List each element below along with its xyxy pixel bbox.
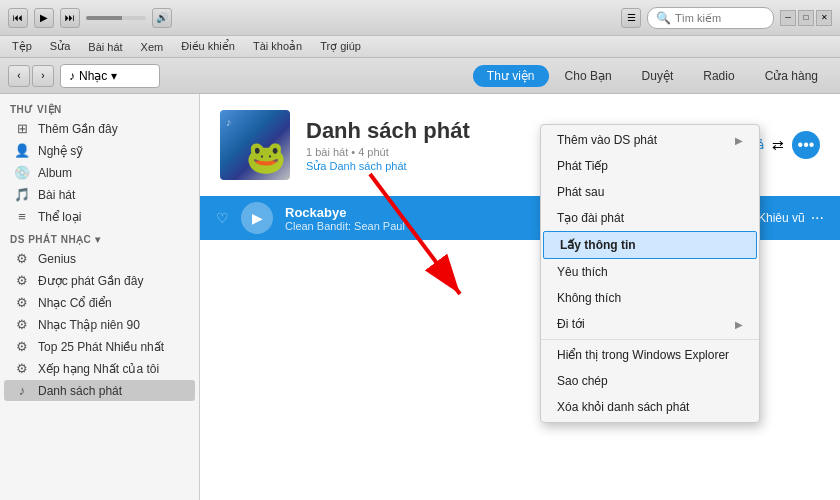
menu-account[interactable]: Tài khoản (245, 38, 310, 55)
track-actions: Khiêu vũ ··· (758, 209, 824, 227)
sidebar-item-album[interactable]: 💿 Album (4, 162, 195, 183)
track-ellipsis-button[interactable]: ··· (811, 209, 824, 227)
rewind-button[interactable]: ⏮ (8, 8, 28, 28)
submenu-arrow-icon: ▶ (735, 135, 743, 146)
sidebar-item-label: Top 25 Phát Nhiều nhất (38, 340, 164, 354)
sidebar-item-artists[interactable]: 👤 Nghệ sỹ (4, 140, 195, 161)
sidebar-item-top25[interactable]: ⚙ Top 25 Phát Nhiều nhất (4, 336, 195, 357)
recent-icon: ⊞ (14, 121, 30, 136)
ctx-get-info[interactable]: Lấy thông tin (543, 231, 757, 259)
genius-icon: ⚙ (14, 251, 30, 266)
ctx-add-to-playlist[interactable]: Thêm vào DS phát ▶ (541, 127, 759, 153)
ctx-play-later[interactable]: Phát sau (541, 179, 759, 205)
ctx-goto[interactable]: Đi tới ▶ (541, 311, 759, 337)
tab-browse[interactable]: Duyệt (628, 65, 688, 87)
play-button[interactable]: ▶ (34, 8, 54, 28)
recently-played-icon: ⚙ (14, 273, 30, 288)
menu-song[interactable]: Bài hát (80, 39, 130, 55)
tab-radio[interactable]: Radio (689, 65, 748, 87)
restore-button[interactable]: □ (798, 10, 814, 26)
nav-arrows: ‹ › (8, 65, 54, 87)
artist-icon: 👤 (14, 143, 30, 158)
sidebar-item-label: Genius (38, 252, 76, 266)
sidebar-item-label: Xếp hạng Nhất của tôi (38, 362, 159, 376)
sidebar-item-genres[interactable]: ≡ Thể loại (4, 206, 195, 227)
sidebar-item-recently-played[interactable]: ⚙ Được phát Gần đây (4, 270, 195, 291)
search-input[interactable] (675, 12, 765, 24)
ctx-show-in-explorer[interactable]: Hiển thị trong Windows Explorer (541, 342, 759, 368)
list-view-button[interactable]: ☰ (621, 8, 641, 28)
shuffle-icon: ⇄ (772, 137, 784, 153)
ctx-remove-from-playlist[interactable]: Xóa khỏi danh sách phát (541, 394, 759, 420)
sidebar-playlist-section: DS phát Nhạc ▾ (0, 228, 199, 247)
search-box[interactable]: 🔍 (647, 7, 774, 29)
ctx-create-station[interactable]: Tạo đài phát (541, 205, 759, 231)
playback-controls: ⏮ ▶ ⏭ 🔊 (8, 8, 172, 28)
close-button[interactable]: ✕ (816, 10, 832, 26)
main-layout: Thư viện ⊞ Thêm Gần đây 👤 Nghệ sỹ 💿 Albu… (0, 94, 840, 500)
back-button[interactable]: ‹ (8, 65, 30, 87)
sidebar-item-label: Bài hát (38, 188, 75, 202)
sidebar: Thư viện ⊞ Thêm Gần đây 👤 Nghệ sỹ 💿 Albu… (0, 94, 200, 500)
sidebar-item-classical[interactable]: ⚙ Nhạc Cổ điển (4, 292, 195, 313)
sidebar-item-label: Danh sách phát (38, 384, 122, 398)
ctx-copy[interactable]: Sao chép (541, 368, 759, 394)
ctx-dislike[interactable]: Không thích (541, 285, 759, 311)
title-bar-right: ☰ 🔍 ─ □ ✕ (621, 7, 832, 29)
sidebar-item-genius[interactable]: ⚙ Genius (4, 248, 195, 269)
sidebar-item-label: Được phát Gần đây (38, 274, 143, 288)
ctx-separator (541, 339, 759, 340)
heart-icon[interactable]: ♡ (216, 210, 229, 226)
minimize-button[interactable]: ─ (780, 10, 796, 26)
tab-library[interactable]: Thư viện (473, 65, 549, 87)
90s-icon: ⚙ (14, 317, 30, 332)
window-buttons: ─ □ ✕ (780, 10, 832, 26)
menu-edit[interactable]: Sửa (42, 38, 78, 55)
playlist-edit: Sửa Danh sách phát (306, 160, 470, 173)
tab-store[interactable]: Cửa hàng (751, 65, 832, 87)
sidebar-item-songs[interactable]: 🎵 Bài hát (4, 184, 195, 205)
title-bar: ⏮ ▶ ⏭ 🔊 ☰ 🔍 ─ □ ✕ (0, 0, 840, 36)
classical-icon: ⚙ (14, 295, 30, 310)
fast-forward-button[interactable]: ⏭ (60, 8, 80, 28)
forward-button[interactable]: › (32, 65, 54, 87)
sidebar-library-section: Thư viện (0, 98, 199, 117)
tab-for-you[interactable]: Cho Bạn (551, 65, 626, 87)
search-icon: 🔍 (656, 11, 671, 25)
sidebar-item-90s[interactable]: ⚙ Nhạc Thập niên 90 (4, 314, 195, 335)
more-options-button[interactable]: ••• (792, 131, 820, 159)
edit-playlist-link[interactable]: Sửa Danh sách phát (306, 160, 407, 172)
volume-icon: 🔊 (152, 8, 172, 28)
chevron-down-icon: ▾ (111, 69, 117, 83)
nav-tabs: Thư viện Cho Bạn Duyệt Radio Cửa hàng (473, 65, 832, 87)
sidebar-item-playlist[interactable]: ♪ Danh sách phát (4, 380, 195, 401)
sidebar-item-label: Thêm Gần đây (38, 122, 118, 136)
sidebar-item-label: Nhạc Cổ điển (38, 296, 112, 310)
music-note-icon: ♪ (69, 69, 75, 83)
playlist-title: Danh sách phát (306, 118, 470, 144)
menu-view[interactable]: Xem (133, 39, 172, 55)
playlist-cover-art: 🐸 ♪ (220, 110, 290, 180)
ctx-play-next[interactable]: Phát Tiếp (541, 153, 759, 179)
playlist-icon: ♪ (14, 383, 30, 398)
menu-help[interactable]: Trợ giúp (312, 38, 369, 55)
content-area: 🐸 ♪ Danh sách phát 1 bài hát • 4 phút Sử… (200, 94, 840, 500)
volume-slider[interactable] (86, 16, 146, 20)
sidebar-item-recent[interactable]: ⊞ Thêm Gần đây (4, 118, 195, 139)
sidebar-item-top-rated[interactable]: ⚙ Xếp hạng Nhất của tôi (4, 358, 195, 379)
menu-controls[interactable]: Điều khiển (173, 38, 243, 55)
submenu-goto-arrow-icon: ▶ (735, 319, 743, 330)
menu-bar: Tệp Sửa Bài hát Xem Điều khiển Tài khoản… (0, 36, 840, 58)
dance-label: Khiêu vũ (758, 211, 805, 225)
menu-file[interactable]: Tệp (4, 38, 40, 55)
sidebar-item-label: Nhạc Thập niên 90 (38, 318, 140, 332)
context-menu: Thêm vào DS phát ▶ Phát Tiếp Phát sau Tạ… (540, 124, 760, 423)
sidebar-item-label: Nghệ sỹ (38, 144, 83, 158)
playlist-subtitle: 1 bài hát • 4 phút (306, 146, 470, 158)
nav-bar: ‹ › ♪ Nhạc ▾ Thư viện Cho Bạn Duyệt Radi… (0, 58, 840, 94)
ctx-love[interactable]: Yêu thích (541, 259, 759, 285)
play-track-button[interactable]: ▶ (241, 202, 273, 234)
genres-icon: ≡ (14, 209, 30, 224)
sidebar-item-label: Album (38, 166, 72, 180)
breadcrumb[interactable]: ♪ Nhạc ▾ (60, 64, 160, 88)
